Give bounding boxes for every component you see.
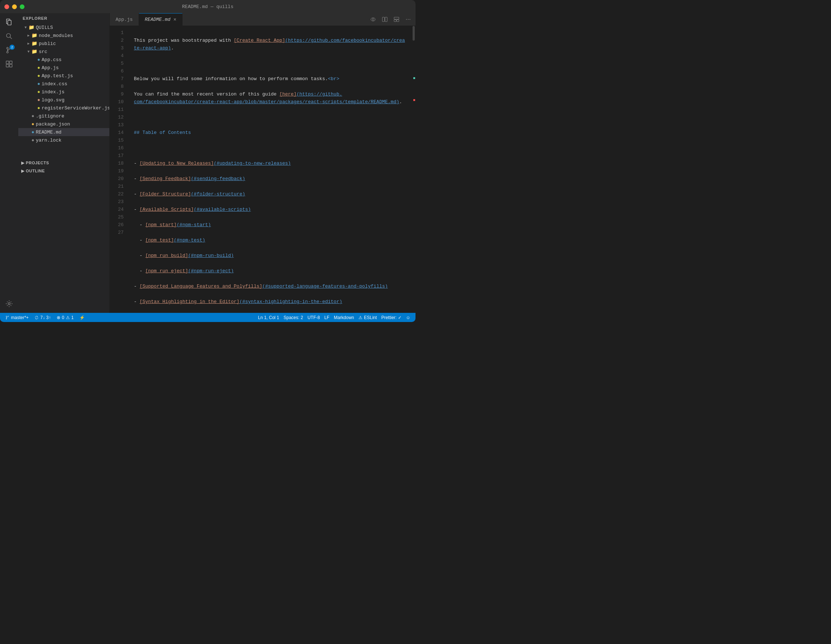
lightning-status[interactable]: ⚡	[77, 313, 87, 322]
activity-search[interactable]	[3, 30, 15, 43]
file-icon-index-css: ●	[37, 81, 40, 87]
maximize-button[interactable]	[20, 5, 24, 9]
activity-files[interactable]	[3, 16, 15, 29]
editor-code[interactable]: This project was bootstrapped with [Crea…	[128, 26, 412, 313]
split-editor-button[interactable]	[380, 15, 389, 24]
arrow-src: ▼	[25, 49, 32, 54]
section-outline[interactable]: ▶ OUTLINE	[18, 167, 109, 175]
label-public: public	[39, 41, 56, 46]
ln-18: 18	[110, 159, 124, 167]
label-src: src	[39, 49, 47, 54]
tree-item-node-modules[interactable]: ▶ 📁 node_modules	[18, 32, 109, 40]
encoding-status[interactable]: UTF-8	[306, 315, 322, 320]
arrow-public: ▶	[25, 41, 32, 46]
eol-status[interactable]: LF	[322, 315, 332, 320]
window-title: README.md — quills	[182, 4, 233, 10]
ln-10: 10	[110, 98, 124, 106]
close-button[interactable]	[5, 5, 9, 9]
scrollbar-thumb[interactable]	[412, 26, 415, 41]
ln-12: 12	[110, 113, 124, 121]
emoji-status[interactable]: ☺	[404, 315, 412, 320]
svg-rect-13	[382, 17, 384, 22]
more-actions-button[interactable]	[404, 15, 412, 24]
cursor-position[interactable]: Ln 1, Col 1	[256, 315, 281, 320]
ln-14: 14	[110, 129, 124, 137]
language-label: Markdown	[334, 315, 354, 320]
code-line-15: - [npm run eject](#npm-run-eject)	[134, 267, 406, 275]
tree-item-src[interactable]: ▼ 📁 src	[18, 48, 109, 56]
window-controls	[5, 5, 24, 9]
code-line-16: - [Supported Language Features and Polyf…	[134, 282, 406, 290]
code-line-6: ## Table of Contents	[134, 129, 406, 137]
ln-9: 9	[110, 90, 124, 98]
ln-15: 15	[110, 137, 124, 144]
label-package-json: package.json	[36, 121, 70, 127]
layout-button[interactable]	[392, 15, 401, 24]
arrow-projects: ▶	[21, 161, 24, 166]
eslint-status[interactable]: ⚠ ESLint	[356, 315, 379, 320]
tree-item-package-json[interactable]: ▶ ● package.json	[18, 120, 109, 128]
eol-label: LF	[325, 315, 330, 320]
editor-area: App.js README.md ×	[110, 13, 416, 313]
tree-item-index-js[interactable]: ▶ ● index.js	[18, 88, 109, 96]
tab-readme-close[interactable]: ×	[174, 17, 176, 22]
git-branch-status[interactable]: master*+	[3, 313, 31, 322]
sync-status[interactable]: 7↓ 3↑	[32, 313, 53, 322]
ln-23: 23	[110, 198, 124, 206]
section-projects[interactable]: ▶ PROJECTS	[18, 159, 109, 167]
svg-point-21	[6, 316, 7, 317]
tab-bar: App.js README.md ×	[110, 13, 416, 26]
scrollbar-track[interactable]	[412, 26, 416, 313]
tree-item-logo-svg[interactable]: ▶ ● logo.svg	[18, 96, 109, 104]
label-node-modules: node_modules	[39, 33, 73, 38]
file-icon-app-css: ●	[37, 57, 40, 62]
spaces-status[interactable]: Spaces: 2	[281, 315, 305, 320]
tree-item-app-js[interactable]: ▶ ● App.js	[18, 64, 109, 72]
file-icon-register-sw: ●	[37, 105, 40, 111]
ln-20: 20	[110, 175, 124, 183]
tree-item-readme[interactable]: ▶ ● README.md	[18, 128, 109, 136]
activity-source-control[interactable]: 2	[3, 44, 15, 56]
tab-actions	[366, 13, 416, 26]
git-branch-label: master*+	[11, 315, 29, 320]
svg-rect-9	[6, 64, 9, 67]
activity-settings[interactable]	[3, 298, 15, 310]
code-line-7	[134, 144, 406, 152]
ln-1: 1	[110, 29, 124, 37]
tree-item-app-css[interactable]: ▶ ● App.css	[18, 56, 109, 64]
svg-point-23	[6, 318, 7, 319]
tab-appjs[interactable]: App.js	[110, 13, 139, 26]
ln-8: 8	[110, 83, 124, 90]
tree-item-register-sw[interactable]: ▶ ● registerServiceWorker.js	[18, 104, 109, 112]
tree-item-yarn-lock[interactable]: ▶ ● yarn.lock	[18, 136, 109, 144]
code-line-2	[134, 60, 406, 67]
file-icon-logo-svg: ●	[37, 97, 40, 103]
tree-item-gitignore[interactable]: ▶ ● .gitignore	[18, 112, 109, 120]
encoding-label: UTF-8	[307, 315, 320, 320]
tree-item-quills[interactable]: ▼ 📁 QUILLS	[18, 24, 109, 32]
preview-button[interactable]	[369, 15, 377, 24]
svg-rect-17	[397, 20, 399, 22]
svg-rect-1	[8, 21, 11, 25]
tree-item-public[interactable]: ▶ 📁 public	[18, 40, 109, 48]
ln-13: 13	[110, 121, 124, 129]
activity-extensions[interactable]	[3, 58, 15, 70]
minimize-button[interactable]	[12, 5, 17, 9]
errors-status[interactable]: ⊗ 0 ⚠ 1	[54, 313, 76, 322]
svg-rect-16	[394, 20, 396, 22]
sidebar-header: EXPLORER	[18, 13, 109, 24]
language-status[interactable]: Markdown	[332, 315, 356, 320]
minimap-marker-red	[413, 99, 415, 101]
svg-point-2	[6, 33, 11, 38]
tree-item-index-css[interactable]: ▶ ● index.css	[18, 80, 109, 88]
prettier-status[interactable]: Prettier: ✓	[379, 315, 403, 320]
tab-readme[interactable]: README.md ×	[139, 13, 183, 26]
editor-scroll-area[interactable]: 1 2 3 4 5 6 7 8 9 10 11 12 13 14 15 16 1…	[110, 26, 416, 313]
folder-icon-public: 📁	[32, 41, 37, 46]
code-line-11: - [Available Scripts](#available-scripts…	[134, 206, 406, 213]
code-line-9: - [Sending Feedback](#sending-feedback)	[134, 175, 406, 183]
tree-item-app-test-js[interactable]: ▶ ● App.test.js	[18, 72, 109, 80]
ln-7: 7	[110, 75, 124, 83]
ln-21: 21	[110, 183, 124, 190]
lightning-icon: ⚡	[80, 315, 85, 320]
